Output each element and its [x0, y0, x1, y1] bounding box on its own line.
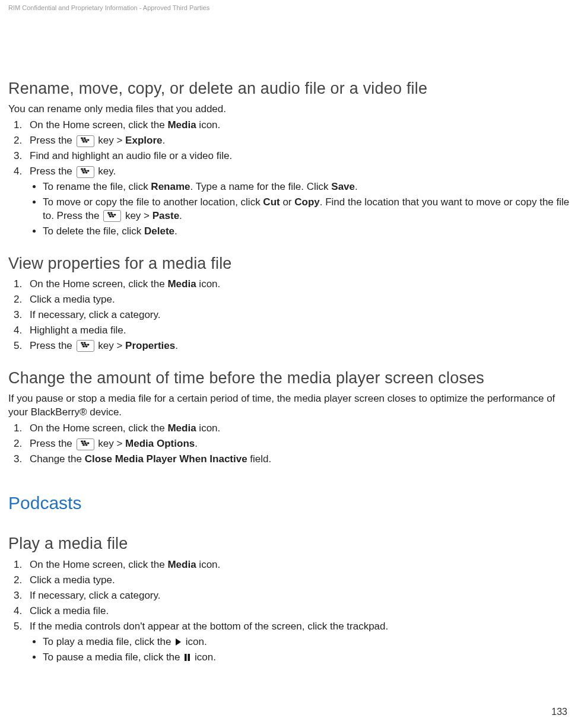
bullet-text: To delete the file, click	[43, 225, 144, 237]
bullet-bold: Paste	[153, 210, 179, 221]
svg-point-23	[81, 344, 84, 346]
step-text: Press the	[30, 340, 75, 351]
step-text: Press the	[30, 438, 75, 449]
list-item: Click a media type.	[25, 293, 570, 307]
step-bold: Close Media Player When Inactive	[85, 453, 247, 465]
step-text: Press the	[30, 166, 75, 177]
bullet-text: icon.	[192, 651, 216, 663]
step-bold: Properties	[125, 340, 175, 351]
bullet-bold: Copy	[294, 196, 320, 208]
svg-point-5	[82, 141, 85, 142]
steps-list: On the Home screen, click the Media icon…	[8, 278, 570, 353]
sub-bullets: To play a media file, click the icon. To…	[30, 635, 570, 665]
document-page: RIM Confidential and Proprietary Informa…	[0, 0, 578, 728]
step-text: If the media controls don't appear at th…	[30, 621, 388, 632]
step-text: .	[195, 438, 198, 449]
bullet-text: To pause a media file, click the	[43, 651, 183, 663]
step-bold: Media	[167, 278, 196, 290]
svg-point-17	[111, 214, 113, 216]
bullet-bold: Rename	[151, 181, 190, 192]
page-number: 133	[551, 705, 567, 719]
svg-point-18	[114, 214, 116, 216]
list-item: Press the key > Media Options.	[25, 437, 570, 451]
bullet-text: .	[179, 210, 182, 221]
svg-point-8	[83, 168, 85, 170]
svg-point-29	[83, 440, 85, 442]
blackberry-menu-key-icon	[77, 166, 94, 178]
section-title: Rename, move, copy, or delete an audio f…	[8, 78, 570, 99]
blackberry-menu-key-icon	[77, 340, 94, 352]
svg-point-34	[85, 444, 87, 446]
svg-point-0	[81, 137, 83, 139]
svg-point-19	[109, 216, 112, 218]
bullet-bold: Cut	[263, 196, 280, 208]
list-item: To pause a media file, click the icon.	[43, 651, 570, 665]
svg-point-10	[84, 170, 87, 171]
list-item: To play a media file, click the icon.	[43, 635, 570, 649]
list-item: To delete the file, click Delete.	[43, 225, 570, 239]
step-text: key.	[96, 166, 116, 177]
step-text: key >	[96, 135, 126, 146]
svg-point-3	[84, 139, 87, 141]
svg-point-28	[81, 440, 83, 442]
section-title: Change the amount of time before the med…	[8, 367, 570, 389]
svg-point-27	[85, 346, 87, 348]
section-title: View properties for a media file	[8, 253, 570, 274]
step-text: icon.	[196, 119, 221, 131]
list-item: To rename the file, click Rename. Type a…	[43, 180, 570, 194]
list-item: If the media controls don't appear at th…	[25, 620, 570, 665]
list-item: Find and highlight an audio file or a vi…	[25, 150, 570, 163]
bullet-text: . Type a name for the file. Click	[190, 181, 332, 192]
bullet-text: or	[280, 196, 295, 208]
svg-point-30	[81, 442, 84, 444]
svg-point-12	[82, 171, 85, 173]
svg-point-24	[84, 344, 87, 346]
section-close-time: Change the amount of time before the med…	[8, 367, 570, 466]
svg-point-21	[81, 342, 83, 344]
pause-icon	[184, 653, 190, 662]
step-text: .	[162, 135, 165, 146]
section-play-media: Play a media file On the Home screen, cl…	[8, 533, 570, 664]
list-item: Press the key > Properties.	[25, 339, 570, 353]
section-title: Play a media file	[8, 533, 570, 554]
section-rename: Rename, move, copy, or delete an audio f…	[8, 78, 570, 239]
svg-point-9	[81, 170, 84, 171]
step-text: icon.	[196, 559, 221, 570]
step-text: On the Home screen, click the	[30, 559, 167, 570]
step-text: key >	[96, 438, 126, 449]
blackberry-menu-key-icon	[103, 210, 121, 222]
sub-bullets: To rename the file, click Rename. Type a…	[30, 180, 570, 239]
bullet-text: .	[355, 181, 358, 192]
step-text: icon.	[196, 422, 221, 434]
list-item: If necessary, click a category.	[25, 589, 570, 603]
svg-point-13	[85, 171, 87, 173]
svg-point-11	[87, 170, 89, 171]
step-text: On the Home screen, click the	[30, 422, 167, 434]
step-text: .	[175, 340, 178, 351]
steps-list: On the Home screen, click the Media icon…	[8, 558, 570, 665]
svg-point-32	[87, 442, 89, 444]
blackberry-menu-key-icon	[77, 135, 94, 147]
bullet-bold: Delete	[144, 225, 174, 237]
svg-marker-35	[176, 638, 181, 646]
intro-text: If you pause or stop a media file for a …	[8, 392, 570, 419]
svg-point-15	[110, 212, 113, 214]
step-bold: Media Options	[125, 438, 195, 449]
svg-point-2	[81, 139, 84, 141]
svg-rect-37	[188, 654, 190, 661]
svg-point-4	[87, 139, 89, 141]
step-text: On the Home screen, click the	[30, 278, 167, 290]
svg-point-16	[109, 214, 111, 216]
svg-point-31	[84, 442, 87, 444]
step-bold: Media	[167, 119, 196, 131]
svg-point-7	[81, 168, 83, 170]
svg-point-20	[112, 216, 115, 218]
section-view-properties: View properties for a media file On the …	[8, 253, 570, 353]
steps-list: On the Home screen, click the Media icon…	[8, 422, 570, 466]
step-text: Change the	[30, 453, 85, 465]
list-item: To move or copy the file to another loca…	[43, 196, 570, 223]
list-item: Press the key. To rename the file, click…	[25, 165, 570, 239]
bullet-text: To play a media file, click the	[43, 636, 174, 647]
blackberry-menu-key-icon	[77, 438, 94, 450]
bullet-text: To move or copy the file to another loca…	[43, 196, 263, 208]
